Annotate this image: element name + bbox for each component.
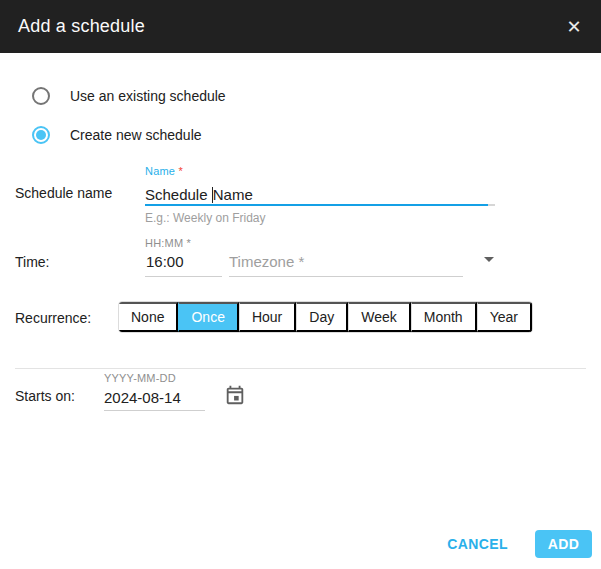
recurrence-option-day[interactable]: Day [296, 302, 348, 332]
name-field-label: Name * [145, 165, 183, 177]
timezone-select[interactable]: Timezone * [229, 253, 304, 270]
starts-on-row-label: Starts on: [15, 388, 75, 404]
cancel-button[interactable]: CANCEL [447, 536, 508, 552]
recurrence-button-group: None Once Hour Day Week Month Year [118, 301, 533, 333]
radio-label: Create new schedule [70, 127, 202, 143]
recurrence-option-hour[interactable]: Hour [239, 302, 296, 332]
dialog-header: Add a schedule ✕ [0, 0, 601, 53]
recurrence-option-week[interactable]: Week [348, 302, 411, 332]
chevron-down-icon[interactable] [484, 257, 494, 262]
dialog-title: Add a schedule [18, 16, 145, 37]
hhmm-underline [145, 276, 222, 277]
timezone-underline [229, 276, 463, 277]
add-button[interactable]: ADD [535, 530, 592, 558]
schedule-name-row-label: Schedule name [15, 185, 112, 201]
hhmm-field-label: HH:MM * [145, 237, 191, 249]
date-input[interactable]: 2024-08-14 [104, 389, 181, 406]
schedule-name-input[interactable]: Schedule Name [145, 186, 253, 203]
date-field-label: YYYY-MM-DD [104, 372, 176, 384]
radio-use-existing-schedule[interactable]: Use an existing schedule [32, 87, 226, 105]
recurrence-option-once[interactable]: Once [178, 302, 238, 332]
radio-create-new-schedule[interactable]: Create new schedule [32, 126, 202, 144]
add-schedule-dialog: Add a schedule ✕ Use an existing schedul… [0, 0, 601, 569]
recurrence-row-label: Recurrence: [15, 310, 91, 326]
recurrence-option-year[interactable]: Year [477, 302, 532, 332]
radio-selected-icon [32, 126, 50, 144]
name-field-helper: E.g.: Weekly on Friday [145, 211, 266, 225]
recurrence-option-none[interactable]: None [119, 302, 178, 332]
section-divider [15, 368, 586, 369]
hhmm-input[interactable]: 16:00 [146, 253, 184, 270]
name-field-underline [145, 204, 488, 206]
close-icon[interactable]: ✕ [561, 14, 587, 40]
time-row-label: Time: [15, 254, 49, 270]
name-field-underline-tail [488, 204, 495, 206]
date-underline [104, 410, 205, 411]
radio-unselected-icon [32, 87, 50, 105]
recurrence-option-month[interactable]: Month [411, 302, 477, 332]
calendar-icon[interactable] [224, 384, 246, 406]
radio-label: Use an existing schedule [70, 88, 226, 104]
